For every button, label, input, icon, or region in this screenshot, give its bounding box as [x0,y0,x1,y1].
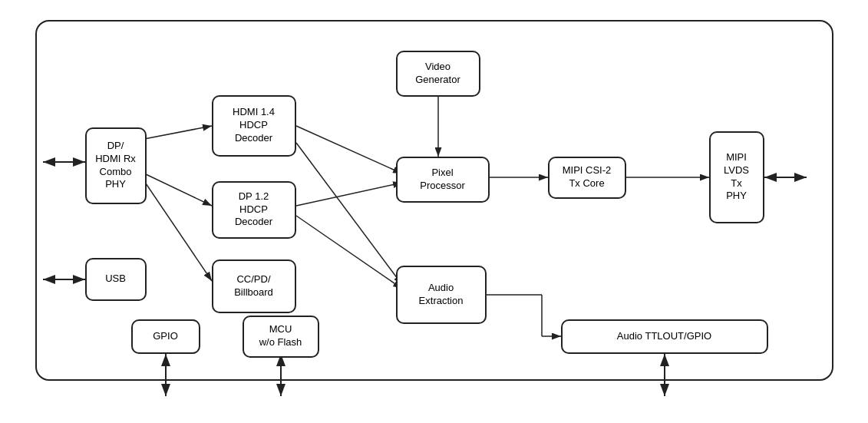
block-gpio: GPIO [131,319,200,354]
block-pixel-proc: Pixel Processor [396,157,490,203]
diagram-container: DP/ HDMI Rx Combo PHY USB HDMI 1.4 HDCP … [20,12,849,411]
block-mipi-csi: MIPI CSI-2 Tx Core [548,157,626,199]
block-cc-pd: CC/PD/ Billboard [212,259,296,313]
block-dp-decoder: DP 1.2 HDCP Decoder [212,181,296,239]
block-video-gen: Video Generator [396,51,480,97]
block-dp-hdmi-phy: DP/ HDMI Rx Combo PHY [85,127,147,204]
block-mipi-lvds: MIPI LVDS Tx PHY [709,131,764,223]
block-mcu: MCU w/o Flash [243,316,319,358]
block-audio-ext: Audio Extraction [396,266,487,324]
block-hdmi-decoder: HDMI 1.4 HDCP Decoder [212,95,296,157]
block-audio-ttl: Audio TTLOUT/GPIO [561,319,768,354]
block-usb: USB [85,258,147,301]
